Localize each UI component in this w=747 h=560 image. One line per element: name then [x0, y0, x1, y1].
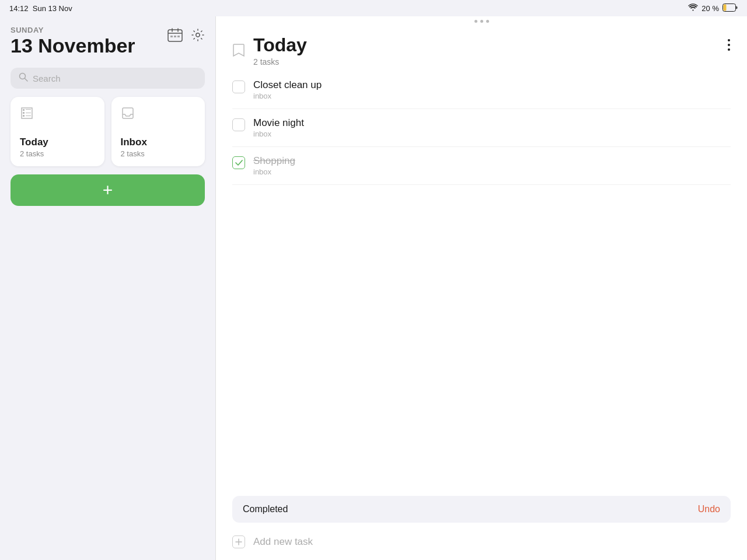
- task-checkbox-2[interactable]: [232, 118, 245, 131]
- today-card[interactable]: Today 2 tasks: [11, 97, 104, 166]
- add-button[interactable]: +: [11, 174, 205, 206]
- svg-rect-8: [177, 36, 180, 37]
- svg-point-14: [728, 44, 730, 46]
- svg-rect-6: [170, 36, 173, 37]
- wifi-icon: [688, 4, 698, 13]
- status-time-date: 14:12 Sun 13 Nov: [9, 4, 72, 13]
- content: Today 2 tasks Closet clean up inbox: [216, 16, 747, 560]
- task-item: Movie night inbox: [232, 109, 731, 147]
- sidebar-date: 13 November: [11, 34, 135, 57]
- task-list-title: Today: [253, 34, 307, 56]
- svg-rect-1: [724, 4, 727, 10]
- svg-point-9: [196, 33, 200, 37]
- completed-label: Completed: [243, 504, 288, 514]
- svg-point-13: [728, 39, 730, 41]
- inbox-card-icon: [121, 106, 196, 123]
- sidebar-header: SUNDAY 13 November: [11, 26, 205, 60]
- status-bar: 14:12 Sun 13 Nov 20 %: [0, 0, 747, 16]
- completed-bar: Completed Undo: [232, 496, 731, 523]
- task-name-3: Shopping: [253, 155, 295, 167]
- today-card-title: Today: [20, 136, 95, 148]
- task-source-2: inbox: [253, 130, 304, 138]
- task-source-3: inbox: [253, 167, 295, 176]
- task-name-1: Closet clean up: [253, 79, 322, 91]
- task-list: Closet clean up inbox Movie night inbox: [216, 71, 747, 496]
- settings-icon[interactable]: [191, 28, 205, 44]
- task-item: Closet clean up inbox: [232, 71, 731, 109]
- task-item: Shopping inbox: [232, 147, 731, 185]
- task-bookmark-icon[interactable]: [232, 43, 245, 61]
- task-header: Today 2 tasks: [216, 25, 747, 71]
- sidebar-day-label: SUNDAY: [11, 26, 135, 34]
- svg-rect-12: [123, 108, 133, 118]
- inbox-card-subtitle: 2 tasks: [121, 149, 196, 158]
- today-card-icon: [20, 106, 95, 123]
- search-bar[interactable]: [11, 68, 205, 89]
- dot-2: [480, 20, 483, 23]
- battery-icon: [722, 4, 738, 13]
- add-task-label[interactable]: Add new task: [253, 536, 313, 548]
- content-topbar: [216, 16, 747, 25]
- svg-line-11: [25, 79, 28, 82]
- search-input[interactable]: [33, 74, 197, 83]
- dot-1: [474, 20, 477, 23]
- inbox-card-title: Inbox: [121, 136, 196, 148]
- task-checkbox-1[interactable]: [232, 80, 245, 93]
- task-checkbox-3[interactable]: [232, 156, 245, 169]
- dot-3: [486, 20, 489, 23]
- sidebar: SUNDAY 13 November: [0, 16, 216, 560]
- svg-rect-7: [174, 36, 176, 37]
- battery-percentage: 20 %: [701, 4, 719, 13]
- svg-point-15: [728, 48, 730, 51]
- cards-row: Today 2 tasks Inbox 2 tasks: [11, 97, 205, 166]
- more-options-icon[interactable]: [727, 38, 731, 55]
- add-icon: +: [103, 181, 113, 199]
- calendar-icon[interactable]: [167, 28, 183, 44]
- task-list-count: 2 tasks: [253, 57, 307, 66]
- inbox-card[interactable]: Inbox 2 tasks: [111, 97, 205, 166]
- add-task-row: Add new task: [216, 528, 747, 560]
- add-task-icon[interactable]: [232, 536, 245, 548]
- task-source-1: inbox: [253, 92, 322, 100]
- undo-button[interactable]: Undo: [698, 504, 720, 514]
- search-icon: [19, 72, 28, 84]
- task-name-2: Movie night: [253, 117, 304, 129]
- today-card-subtitle: 2 tasks: [20, 149, 95, 158]
